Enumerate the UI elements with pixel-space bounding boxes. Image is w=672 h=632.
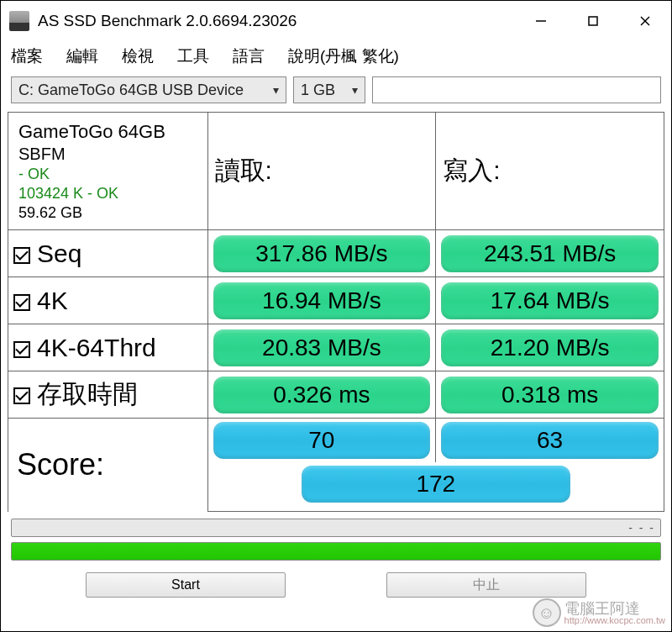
watermark-avatar-icon: ☺ — [533, 598, 561, 627]
button-row: Start 中止 — [1, 564, 671, 598]
row-4k: 4K — [8, 277, 208, 324]
header-read: 讀取: — [207, 113, 436, 230]
score-write: 63 — [441, 422, 659, 459]
progress-bar-task: - - - — [11, 519, 661, 537]
label-4k64: 4K-64Thrd — [37, 334, 156, 361]
maximize-icon — [587, 15, 599, 27]
seq-read-value: 317.86 MB/s — [213, 235, 431, 272]
access-read-value: 0.326 ms — [213, 377, 431, 413]
window-title: AS SSD Benchmark 2.0.6694.23026 — [38, 12, 515, 30]
chevron-down-icon: ▾ — [273, 83, 279, 97]
label-4k: 4K — [37, 287, 68, 314]
watermark-text: 電腦王阿達 — [564, 601, 665, 616]
row-4k64: 4K-64Thrd — [8, 324, 208, 371]
device-dropdown[interactable]: C: GameToGo 64GB USB Device ▾ — [11, 76, 286, 103]
menu-lang[interactable]: 語言 — [233, 45, 265, 67]
testsize-dropdown-value: 1 GB — [301, 82, 335, 99]
svg-rect-1 — [589, 17, 597, 25]
4k-write-value: 17.64 MB/s — [441, 282, 659, 319]
label-access: 存取時間 — [37, 380, 138, 408]
app-window: AS SSD Benchmark 2.0.6694.23026 檔案 編輯 檢視… — [0, 0, 672, 632]
header-write: 寫入: — [436, 113, 664, 230]
score-total: 172 — [302, 466, 570, 503]
device-controller: SBFM — [18, 145, 197, 164]
4k-read-value: 16.94 MB/s — [213, 282, 431, 319]
minimize-button[interactable] — [515, 1, 567, 41]
device-name: GameToGo 64GB — [18, 121, 197, 143]
maximize-button[interactable] — [567, 1, 619, 41]
close-button[interactable] — [619, 1, 671, 41]
seq-write-value: 243.51 MB/s — [441, 235, 659, 272]
checkbox-4k64[interactable] — [13, 341, 30, 358]
device-dropdown-value: C: GameToGo 64GB USB Device — [18, 82, 244, 99]
score-label: Score: — [8, 419, 208, 512]
menu-edit[interactable]: 編輯 — [66, 45, 98, 67]
device-alignment-ok: 103424 K - OK — [18, 185, 197, 203]
progress-bar-total — [11, 542, 661, 561]
menubar: 檔案 編輯 檢視 工具 語言 說明(丹楓 繁化) — [1, 41, 671, 71]
progress-area: - - - — [1, 512, 671, 564]
chevron-down-icon: ▾ — [352, 83, 358, 97]
checkbox-4k[interactable] — [13, 294, 30, 311]
menu-help[interactable]: 說明(丹楓 繁化) — [288, 45, 399, 67]
watermark-url: http://www.kocpc.com.tw — [564, 616, 665, 625]
watermark: ☺ 電腦王阿達 http://www.kocpc.com.tw — [533, 598, 665, 627]
checkbox-access[interactable] — [13, 387, 30, 404]
menu-view[interactable]: 檢視 — [122, 45, 154, 67]
score-read: 70 — [213, 422, 431, 459]
4k64-read-value: 20.83 MB/s — [213, 329, 431, 366]
label-seq: Seq — [37, 240, 81, 267]
selector-row: C: GameToGo 64GB USB Device ▾ 1 GB ▾ — [1, 71, 671, 108]
checkbox-seq[interactable] — [13, 247, 30, 264]
progress-marks: - - - — [628, 521, 655, 535]
4k64-write-value: 21.20 MB/s — [441, 329, 659, 366]
row-seq: Seq — [8, 230, 208, 277]
menu-file[interactable]: 檔案 — [11, 45, 43, 67]
menu-tools[interactable]: 工具 — [177, 45, 209, 67]
window-controls — [515, 1, 671, 41]
status-field — [372, 76, 661, 103]
close-icon — [639, 15, 651, 27]
device-info-cell: GameToGo 64GB SBFM - OK 103424 K - OK 59… — [8, 113, 208, 230]
results-grid: GameToGo 64GB SBFM - OK 103424 K - OK 59… — [8, 112, 664, 512]
device-status-ok: - OK — [18, 166, 197, 183]
row-access-time: 存取時間 — [8, 371, 208, 419]
testsize-dropdown[interactable]: 1 GB ▾ — [293, 76, 365, 103]
device-capacity: 59.62 GB — [18, 204, 197, 222]
start-button[interactable]: Start — [86, 572, 286, 598]
access-write-value: 0.318 ms — [441, 377, 659, 413]
stop-button[interactable]: 中止 — [386, 572, 586, 598]
app-icon — [9, 11, 29, 31]
minimize-icon — [535, 15, 547, 27]
titlebar[interactable]: AS SSD Benchmark 2.0.6694.23026 — [1, 1, 671, 41]
